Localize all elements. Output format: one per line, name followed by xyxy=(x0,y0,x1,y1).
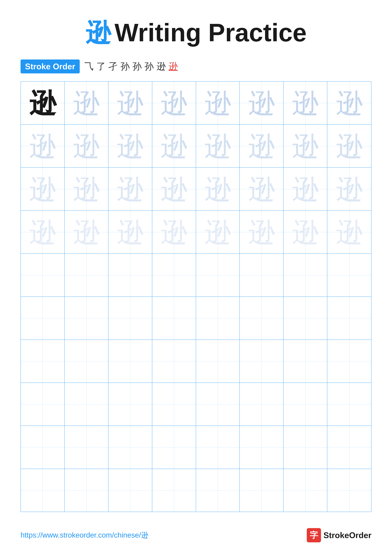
grid-cell-6-8[interactable] xyxy=(327,297,371,340)
grid-cell-4-6[interactable]: 逊 xyxy=(240,211,284,254)
stroke-step-7: 逊 xyxy=(157,60,166,73)
grid-cell-5-7[interactable] xyxy=(284,254,327,297)
grid-cell-5-8[interactable] xyxy=(327,254,371,297)
grid-cell-8-2[interactable] xyxy=(65,383,108,426)
grid-cell-3-8[interactable]: 逊 xyxy=(327,168,371,210)
grid-cell-5-6[interactable] xyxy=(240,254,284,297)
char-light: 逊 xyxy=(248,219,275,246)
grid-cell-5-5[interactable] xyxy=(196,254,240,297)
grid-cell-6-4[interactable] xyxy=(152,297,196,340)
stroke-step-2: 了 xyxy=(96,60,106,73)
grid-cell-4-4[interactable]: 逊 xyxy=(152,211,196,254)
grid-cell-6-5[interactable] xyxy=(196,297,240,340)
grid-cell-4-8[interactable]: 逊 xyxy=(327,211,371,254)
grid-cell-7-5[interactable] xyxy=(196,340,240,383)
grid-cell-7-8[interactable] xyxy=(327,340,371,383)
grid-cell-9-2[interactable] xyxy=(65,426,108,469)
grid-cell-3-6[interactable]: 逊 xyxy=(240,168,284,210)
grid-cell-7-3[interactable] xyxy=(108,340,152,383)
grid-cell-7-6[interactable] xyxy=(240,340,284,383)
grid-cell-8-7[interactable] xyxy=(284,383,327,426)
char-light: 逊 xyxy=(248,132,275,160)
grid-cell-1-6[interactable]: 逊 xyxy=(240,82,284,124)
grid-cell-2-4[interactable]: 逊 xyxy=(152,125,196,167)
grid-cell-2-7[interactable]: 逊 xyxy=(284,125,327,167)
grid-cell-6-2[interactable] xyxy=(65,297,108,340)
char-light: 逊 xyxy=(117,175,143,203)
grid-cell-9-1[interactable] xyxy=(21,426,65,469)
grid-cell-1-1[interactable]: 逊 xyxy=(21,82,65,124)
grid-row-2: 逊 逊 逊 逊 逊 逊 逊 逊 xyxy=(21,125,371,168)
grid-cell-5-1[interactable] xyxy=(21,254,65,297)
stroke-step-8: 逊 xyxy=(169,60,178,73)
grid-cell-8-4[interactable] xyxy=(152,383,196,426)
grid-cell-7-7[interactable] xyxy=(284,340,327,383)
stroke-step-4: 孙 xyxy=(121,60,130,73)
grid-cell-1-3[interactable]: 逊 xyxy=(108,82,152,124)
grid-cell-10-4[interactable] xyxy=(152,469,196,512)
grid-cell-10-1[interactable] xyxy=(21,469,65,512)
grid-cell-9-6[interactable] xyxy=(240,426,284,469)
grid-cell-8-1[interactable] xyxy=(21,383,65,426)
grid-cell-9-7[interactable] xyxy=(284,426,327,469)
grid-cell-1-8[interactable]: 逊 xyxy=(327,82,371,124)
grid-cell-5-4[interactable] xyxy=(152,254,196,297)
char-light: 逊 xyxy=(29,219,56,246)
grid-cell-6-3[interactable] xyxy=(108,297,152,340)
grid-cell-6-7[interactable] xyxy=(284,297,327,340)
grid-cell-6-6[interactable] xyxy=(240,297,284,340)
grid-row-3: 逊 逊 逊 逊 逊 逊 逊 逊 xyxy=(21,168,371,211)
grid-cell-7-1[interactable] xyxy=(21,340,65,383)
char-light: 逊 xyxy=(73,132,100,160)
grid-cell-3-7[interactable]: 逊 xyxy=(284,168,327,210)
footer-url[interactable]: https://www.strokeorder.com/chinese/逊 xyxy=(21,530,148,540)
grid-cell-2-8[interactable]: 逊 xyxy=(327,125,371,167)
grid-cell-1-7[interactable]: 逊 xyxy=(284,82,327,124)
grid-cell-10-8[interactable] xyxy=(327,469,371,512)
grid-cell-7-2[interactable] xyxy=(65,340,108,383)
grid-cell-1-4[interactable]: 逊 xyxy=(152,82,196,124)
grid-cell-3-5[interactable]: 逊 xyxy=(196,168,240,210)
grid-cell-6-1[interactable] xyxy=(21,297,65,340)
grid-cell-3-3[interactable]: 逊 xyxy=(108,168,152,210)
footer: https://www.strokeorder.com/chinese/逊 字 … xyxy=(0,528,392,542)
grid-cell-2-2[interactable]: 逊 xyxy=(65,125,108,167)
grid-cell-3-4[interactable]: 逊 xyxy=(152,168,196,210)
grid-cell-4-3[interactable]: 逊 xyxy=(108,211,152,254)
grid-cell-4-1[interactable]: 逊 xyxy=(21,211,65,254)
logo-icon: 字 xyxy=(307,528,321,542)
grid-cell-3-2[interactable]: 逊 xyxy=(65,168,108,210)
stroke-order-row: Stroke Order ⺄ 了 孑 孙 孙 孙 逊 逊 xyxy=(0,59,392,73)
grid-cell-4-5[interactable]: 逊 xyxy=(196,211,240,254)
grid-cell-5-2[interactable] xyxy=(65,254,108,297)
grid-cell-2-1[interactable]: 逊 xyxy=(21,125,65,167)
grid-cell-2-6[interactable]: 逊 xyxy=(240,125,284,167)
grid-cell-8-3[interactable] xyxy=(108,383,152,426)
grid-cell-9-8[interactable] xyxy=(327,426,371,469)
grid-cell-8-5[interactable] xyxy=(196,383,240,426)
char-light: 逊 xyxy=(29,132,56,160)
grid-cell-8-6[interactable] xyxy=(240,383,284,426)
grid-cell-10-5[interactable] xyxy=(196,469,240,512)
grid-cell-9-5[interactable] xyxy=(196,426,240,469)
char-light: 逊 xyxy=(73,175,100,203)
grid-cell-5-3[interactable] xyxy=(108,254,152,297)
grid-cell-4-2[interactable]: 逊 xyxy=(65,211,108,254)
grid-cell-10-2[interactable] xyxy=(65,469,108,512)
grid-cell-4-7[interactable]: 逊 xyxy=(284,211,327,254)
grid-cell-8-8[interactable] xyxy=(327,383,371,426)
grid-row-7 xyxy=(21,340,371,383)
grid-cell-2-3[interactable]: 逊 xyxy=(108,125,152,167)
grid-cell-10-3[interactable] xyxy=(108,469,152,512)
grid-cell-2-5[interactable]: 逊 xyxy=(196,125,240,167)
grid-cell-1-5[interactable]: 逊 xyxy=(196,82,240,124)
grid-cell-9-4[interactable] xyxy=(152,426,196,469)
grid-cell-7-4[interactable] xyxy=(152,340,196,383)
grid-cell-10-7[interactable] xyxy=(284,469,327,512)
grid-cell-9-3[interactable] xyxy=(108,426,152,469)
grid-cell-10-6[interactable] xyxy=(240,469,284,512)
char-light: 逊 xyxy=(204,132,231,160)
footer-logo: 字 StrokeOrder xyxy=(307,528,371,542)
grid-cell-1-2[interactable]: 逊 xyxy=(65,82,108,124)
grid-cell-3-1[interactable]: 逊 xyxy=(21,168,65,210)
